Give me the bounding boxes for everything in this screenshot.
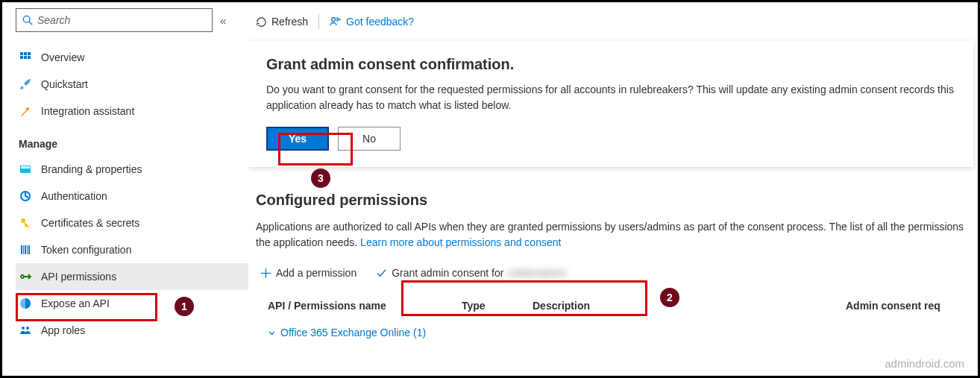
nav-label: Overview bbox=[41, 51, 84, 63]
col-header-api: API / Permissions name bbox=[268, 300, 462, 312]
search-icon bbox=[22, 15, 33, 25]
watermark: admindroid.com bbox=[885, 357, 964, 370]
feedback-button[interactable]: Got feedback? bbox=[330, 16, 414, 28]
col-header-type: Type bbox=[462, 300, 533, 312]
svg-rect-5 bbox=[20, 56, 23, 59]
col-header-desc: Description bbox=[533, 300, 846, 312]
wand-icon bbox=[19, 104, 32, 118]
annotation-badge-1: 1 bbox=[175, 297, 194, 316]
token-icon bbox=[19, 243, 32, 256]
auth-icon bbox=[19, 189, 32, 203]
svg-point-21 bbox=[332, 18, 336, 22]
api-row-expander[interactable]: Office 365 Exchange Online (1) bbox=[268, 327, 426, 338]
annotation-badge-2: 2 bbox=[660, 288, 679, 307]
no-button[interactable]: No bbox=[338, 127, 401, 151]
sidebar-item-branding[interactable]: Branding & properties bbox=[16, 156, 248, 183]
permissions-table-header: API / Permissions name Type Description … bbox=[256, 295, 978, 319]
api-icon bbox=[19, 270, 32, 283]
grant-admin-consent-button[interactable]: Grant admin consent for rulebreakers bbox=[371, 265, 571, 280]
nav-label: Authentication bbox=[41, 190, 107, 202]
col-header-consent: Admin consent req bbox=[846, 300, 978, 312]
nav-label: Quickstart bbox=[41, 78, 88, 90]
configured-permissions-title: Configured permissions bbox=[256, 192, 978, 209]
collapse-sidebar-button[interactable]: « bbox=[220, 14, 226, 27]
svg-rect-13 bbox=[23, 245, 24, 254]
feedback-label: Got feedback? bbox=[346, 16, 414, 28]
add-permission-button[interactable]: Add a permission bbox=[260, 267, 356, 279]
sidebar-item-app-roles[interactable]: App roles bbox=[16, 317, 248, 344]
table-row[interactable]: Office 365 Exchange Online (1) bbox=[256, 319, 978, 341]
api-row-label: Office 365 Exchange Online (1) bbox=[280, 327, 426, 338]
svg-point-20 bbox=[26, 327, 29, 330]
chevron-down-icon bbox=[268, 329, 276, 337]
nav-label: Expose an API bbox=[41, 297, 110, 309]
refresh-button[interactable]: Refresh bbox=[256, 16, 308, 28]
svg-rect-12 bbox=[21, 245, 22, 254]
check-icon bbox=[376, 268, 387, 279]
search-box[interactable] bbox=[16, 8, 213, 32]
yes-button[interactable]: Yes bbox=[266, 127, 329, 151]
branding-icon bbox=[19, 163, 32, 176]
sidebar-item-expose-api[interactable]: Expose an API bbox=[16, 290, 248, 317]
section-header-manage: Manage bbox=[19, 138, 248, 150]
svg-rect-7 bbox=[28, 56, 31, 59]
sidebar-item-api-permissions[interactable]: API permissions bbox=[16, 263, 248, 290]
nav-label: Integration assistant bbox=[41, 105, 134, 117]
annotation-badge-3: 3 bbox=[311, 168, 330, 188]
grant-consent-label: Grant admin consent for bbox=[392, 267, 503, 279]
svg-rect-16 bbox=[28, 245, 30, 254]
sidebar-item-authentication[interactable]: Authentication bbox=[16, 183, 248, 210]
consent-dialog: Grant admin consent confirmation. Do you… bbox=[248, 41, 973, 167]
svg-rect-4 bbox=[28, 52, 31, 55]
svg-rect-6 bbox=[24, 56, 27, 59]
sidebar-item-overview[interactable]: Overview bbox=[16, 44, 248, 71]
key-icon bbox=[19, 216, 32, 230]
svg-rect-2 bbox=[20, 52, 23, 55]
svg-point-17 bbox=[21, 275, 24, 278]
nav-label: API permissions bbox=[41, 271, 116, 283]
refresh-label: Refresh bbox=[271, 16, 308, 28]
nav-label: App roles bbox=[41, 324, 85, 336]
sidebar-item-integration-assistant[interactable]: Integration assistant bbox=[16, 98, 248, 125]
nav-label: Certificates & secrets bbox=[41, 217, 139, 229]
dialog-text: Do you want to grant consent for the req… bbox=[266, 82, 955, 113]
svg-rect-14 bbox=[25, 245, 26, 254]
toolbar-divider bbox=[318, 14, 319, 29]
toolbar: Refresh Got feedback? bbox=[248, 8, 978, 35]
svg-line-1 bbox=[29, 22, 32, 25]
dialog-title: Grant admin consent confirmation. bbox=[266, 56, 955, 73]
nav-label: Branding & properties bbox=[41, 163, 142, 175]
configured-permissions-desc: Applications are authorized to call APIs… bbox=[256, 219, 978, 251]
sidebar-item-token[interactable]: Token configuration bbox=[16, 236, 248, 263]
add-permission-label: Add a permission bbox=[276, 267, 356, 279]
main-content: Refresh Got feedback? Grant admin consen… bbox=[248, 2, 978, 376]
svg-point-0 bbox=[23, 16, 30, 22]
sidebar-item-quickstart[interactable]: Quickstart bbox=[16, 71, 248, 98]
svg-point-19 bbox=[22, 327, 25, 330]
feedback-icon bbox=[330, 16, 342, 28]
search-input[interactable] bbox=[37, 14, 206, 26]
roles-icon bbox=[19, 324, 32, 337]
sidebar-item-certificates[interactable]: Certificates & secrets bbox=[16, 210, 248, 236]
sidebar: « OverviewQuickstartIntegration assistan… bbox=[2, 2, 248, 376]
expose-icon bbox=[19, 297, 32, 310]
learn-more-link[interactable]: Learn more about permissions and consent bbox=[360, 236, 561, 248]
rocket-icon bbox=[19, 78, 32, 91]
nav-label: Token configuration bbox=[41, 244, 131, 256]
refresh-icon bbox=[256, 16, 267, 28]
overview-icon bbox=[19, 51, 32, 64]
plus-icon bbox=[260, 268, 271, 279]
tenant-name-blurred: rulebreakers bbox=[508, 267, 566, 279]
svg-rect-15 bbox=[27, 245, 28, 254]
svg-rect-9 bbox=[21, 166, 30, 168]
svg-rect-3 bbox=[24, 52, 27, 55]
